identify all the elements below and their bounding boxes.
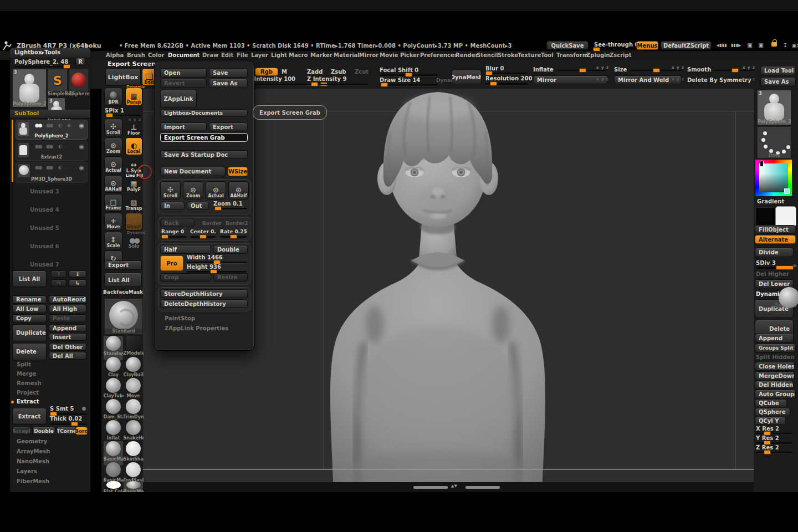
mirror-and-weld-xyz[interactable]: x y z: [672, 77, 684, 81]
local-button[interactable]: ◐Local: [125, 137, 142, 155]
tool-name-slider-label[interactable]: PolySphere_2. 48: [14, 59, 68, 65]
gradient-label[interactable]: Gradient: [757, 198, 784, 204]
blur-slider[interactable]: [485, 73, 528, 74]
smooth-label[interactable]: Smooth: [687, 66, 711, 73]
section-arraymesh[interactable]: ArrayMesh: [17, 448, 50, 454]
menu-picker[interactable]: Picker: [400, 52, 420, 58]
accept-button[interactable]: Accept: [12, 427, 31, 435]
sdiv-label[interactable]: SDiv 3: [756, 260, 776, 266]
tool-name-slider[interactable]: [14, 66, 72, 68]
menu-transform[interactable]: Transform: [556, 52, 588, 58]
groups-split-button[interactable]: Groups Split: [755, 344, 796, 352]
draw-size-slider[interactable]: [380, 84, 438, 86]
actual-button[interactable]: ⊙Actual: [104, 156, 122, 174]
menu-tool[interactable]: Tool: [541, 52, 554, 58]
doc-import-button[interactable]: Import: [160, 122, 207, 131]
tborder-button[interactable]: TBorde: [75, 427, 88, 435]
inflate-slider[interactable]: [557, 70, 606, 71]
smooth-slider[interactable]: [712, 70, 754, 71]
menu-alpha[interactable]: Alpha: [106, 52, 124, 58]
menus-button[interactable]: Menus: [636, 41, 658, 50]
thick-slider[interactable]: [49, 423, 86, 425]
new-document-button[interactable]: New Document: [160, 167, 226, 176]
delete-button[interactable]: Delete: [12, 343, 47, 360]
spix-slider[interactable]: [105, 115, 141, 116]
menu-color[interactable]: Color: [148, 52, 164, 58]
doc-zoom-out-button[interactable]: Out: [187, 202, 209, 210]
doc-rate-slider[interactable]: [220, 236, 247, 238]
menu-movie[interactable]: Movie: [380, 52, 398, 58]
doc-range-slider[interactable]: [161, 236, 187, 238]
zapplink-properties-item[interactable]: ZAppLink Properties: [165, 325, 228, 331]
inflate-xyz[interactable]: x y z: [596, 65, 609, 70]
double-button2[interactable]: Double: [32, 427, 55, 435]
fillobject-button[interactable]: FillObject: [755, 225, 796, 234]
insert-button[interactable]: Insert: [49, 333, 86, 341]
rename-button[interactable]: Rename: [12, 295, 47, 304]
qcyl-button[interactable]: QCyl Y: [755, 417, 786, 425]
doc-center-slider[interactable]: [190, 236, 216, 238]
alternate-button[interactable]: Alternate: [755, 235, 796, 244]
lightbox-button[interactable]: LightBox: [105, 68, 141, 86]
r-button[interactable]: R: [75, 58, 85, 66]
ghost-button[interactable]: Ghost: [125, 213, 142, 231]
auto-groups-button[interactable]: Auto Groups: [755, 390, 796, 398]
del-other-button[interactable]: Del Other: [49, 343, 86, 351]
subtool-header[interactable]: SubTool: [10, 110, 90, 119]
save-as-startup-doc-button[interactable]: Save As Startup Doc: [160, 150, 248, 159]
z-intensity-label[interactable]: Z Intensity 9: [307, 76, 346, 82]
material-basicmat-3[interactable]: BasicMat: [124, 481, 143, 492]
s-smt-label[interactable]: S Smt 5: [50, 406, 74, 412]
section-remesh[interactable]: Remesh: [17, 380, 42, 386]
store-depth-history-button[interactable]: StoreDepthHistory: [160, 289, 248, 298]
paintstop-item[interactable]: PaintStop: [165, 315, 195, 321]
section-fibermesh[interactable]: FiberMesh: [17, 478, 49, 484]
doc-border2-label[interactable]: Border2: [226, 221, 248, 226]
save-as-button[interactable]: Save As: [760, 77, 796, 86]
backfacemask-label[interactable]: BackfaceMask: [103, 289, 143, 295]
doc-zoom-button[interactable]: ⊙Zoom: [183, 181, 203, 200]
size-xyz[interactable]: x y z: [672, 65, 684, 70]
doc-height-slider[interactable]: [187, 271, 247, 273]
menu-zplugin[interactable]: Zplugin: [586, 52, 610, 58]
zcut-button[interactable]: Zcut: [355, 69, 369, 75]
menu-stroke[interactable]: Stroke: [498, 52, 518, 58]
doc-back-button[interactable]: Back: [160, 219, 195, 227]
size-slider[interactable]: [631, 70, 682, 71]
menu-zscript[interactable]: Zscript: [610, 52, 631, 58]
mirror-xyz[interactable]: x y z: [596, 77, 609, 81]
divider-left-icon[interactable]: ◀▮▮▮: [715, 41, 728, 49]
menu-stencil[interactable]: Stencil: [477, 52, 498, 58]
qcube-button[interactable]: QCube: [755, 399, 787, 407]
section-layers[interactable]: Layers: [17, 468, 37, 474]
tcorner-button[interactable]: TCorne: [57, 427, 76, 435]
doc-crop-button[interactable]: Crop: [160, 273, 211, 282]
doc-rate-label[interactable]: Rate 0.25: [220, 229, 247, 234]
doc-save-as-button[interactable]: Save As: [209, 79, 248, 88]
doc-pro-button[interactable]: Pro: [160, 255, 183, 271]
append-right-button[interactable]: Append: [755, 334, 794, 342]
section-extract[interactable]: Extract: [17, 398, 39, 405]
load-tool-button[interactable]: Load Tool: [760, 66, 796, 75]
export-button[interactable]: Export: [104, 260, 142, 270]
split-hidden-button[interactable]: Split Hidden: [756, 354, 795, 360]
canvas-scroll-up-icon[interactable]: ▲▼: [451, 484, 457, 488]
copy-button[interactable]: Copy: [12, 314, 47, 323]
move-button[interactable]: +Move: [104, 213, 122, 231]
m-button[interactable]: M: [282, 69, 287, 75]
section-project[interactable]: Project: [17, 390, 39, 396]
zapplink-button[interactable]: ZAppLink: [160, 90, 197, 108]
menu-layer[interactable]: Layer: [251, 52, 268, 58]
menu-draw[interactable]: Draw: [202, 52, 218, 58]
right-tray-handle[interactable]: ▶: [794, 263, 797, 268]
close-holes-button[interactable]: Close Holes: [755, 362, 795, 371]
inflate-label[interactable]: Inflate: [533, 66, 554, 73]
doc-zoom-slider[interactable]: [213, 208, 247, 209]
menu-marker[interactable]: Marker: [310, 52, 332, 58]
tool-thumb-zsphere[interactable]: [69, 69, 89, 92]
tray-next-icon[interactable]: ▣: [756, 41, 766, 49]
subtool-down-button[interactable]: ↓: [69, 270, 86, 278]
doc-half-button[interactable]: Half: [160, 245, 211, 254]
thick-label[interactable]: Thick 0.02: [50, 416, 82, 422]
doc-resize-button[interactable]: Resize: [213, 273, 248, 282]
